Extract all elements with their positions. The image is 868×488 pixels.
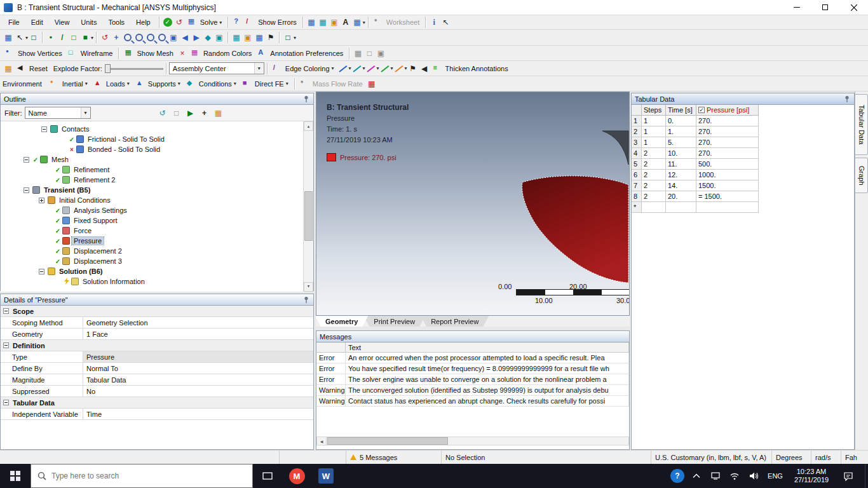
conditions-button[interactable]: Conditions xyxy=(184,77,240,90)
pressure-checkbox[interactable] xyxy=(698,107,705,113)
tree-item-pressure[interactable]: Pressure xyxy=(1,236,313,246)
filter-dropdown-icon[interactable] xyxy=(81,107,90,118)
tab-report-preview[interactable]: Report Preview xyxy=(421,316,489,327)
message-row[interactable]: Warning Contact status has experienced a… xyxy=(316,396,629,407)
search-input[interactable] xyxy=(51,471,223,480)
expand-icon[interactable] xyxy=(39,198,44,203)
tree-item-transient[interactable]: Transient (B5) xyxy=(1,185,313,195)
previous-view-icon[interactable] xyxy=(179,32,191,43)
time-cell[interactable] xyxy=(666,202,696,213)
time-cell[interactable]: 11. xyxy=(666,159,696,170)
viewports-icon[interactable] xyxy=(282,32,294,43)
tree-item-solution-information[interactable]: Solution Information xyxy=(1,276,313,287)
box-zoom-icon[interactable] xyxy=(145,32,156,43)
close-section-icon[interactable] xyxy=(177,48,188,59)
body-filter-icon[interactable] xyxy=(79,32,91,43)
action-center-button[interactable] xyxy=(836,464,861,488)
message-row[interactable]: Warning The unconverged solution (identi… xyxy=(316,385,629,396)
tree-item-refinement-2[interactable]: Refinement 2 xyxy=(1,175,313,185)
tree-item-refinement[interactable]: Refinement xyxy=(1,165,313,175)
zoom-out-icon[interactable] xyxy=(133,32,145,43)
geometry-viewport[interactable]: B: Transient Structural Pressure Time: 1… xyxy=(316,92,630,316)
probe-annotation-icon[interactable] xyxy=(375,48,386,59)
tray-help-button[interactable]: ? xyxy=(668,464,687,488)
drag-annotation-icon[interactable] xyxy=(363,48,375,59)
clear-filter-icon[interactable] xyxy=(171,107,182,119)
pressure-cell[interactable]: 1500. xyxy=(696,180,759,191)
tree-item-force[interactable]: Force xyxy=(1,226,313,236)
tree-item-analysis-settings[interactable]: Analysis Settings xyxy=(1,205,313,215)
show-errors-button[interactable]: Show Errors xyxy=(231,16,300,29)
inertial-dropdown-icon[interactable] xyxy=(85,81,88,86)
tab-geometry[interactable]: Geometry xyxy=(315,316,368,327)
collapse-icon[interactable] xyxy=(41,126,47,132)
pressure-cell[interactable]: 270. xyxy=(696,137,759,148)
pressure-cell[interactable]: 270. xyxy=(696,148,759,159)
explode-factor-slider[interactable] xyxy=(105,64,163,74)
folder-icon[interactable] xyxy=(213,107,224,119)
menu-help[interactable]: Help xyxy=(130,15,156,29)
outline-scrollbar[interactable] xyxy=(303,121,313,292)
steps-cell[interactable]: 2 xyxy=(642,159,666,170)
tree-item-initial-conditions[interactable]: Initial Conditions xyxy=(1,195,313,205)
edge-direction-magenta-icon[interactable] xyxy=(365,63,377,74)
message-row[interactable]: Error An error occurred when the post pr… xyxy=(316,353,629,363)
pressure-face-surface[interactable] xyxy=(522,176,628,283)
edge-direction-blue-icon[interactable] xyxy=(337,63,349,74)
slider-thumb[interactable] xyxy=(105,64,111,73)
pin-direction-icon[interactable] xyxy=(407,63,419,74)
viewports-dropdown-icon[interactable] xyxy=(294,35,296,41)
messages-hscrollbar[interactable] xyxy=(316,437,629,445)
show-vertices-button[interactable]: Show Vertices xyxy=(3,46,65,60)
refresh-outline-icon[interactable] xyxy=(157,107,168,119)
supports-button[interactable]: Supports xyxy=(133,77,184,90)
pressure-cell[interactable] xyxy=(696,202,759,213)
detail-value[interactable]: No xyxy=(83,386,313,396)
zoom-in-icon[interactable] xyxy=(122,32,133,43)
scroll-down-icon[interactable] xyxy=(304,282,313,292)
steps-column-header[interactable]: Steps xyxy=(642,105,666,116)
tree-item-bonded[interactable]: Bonded - Solid To Solid xyxy=(1,144,313,154)
collapse-icon[interactable] xyxy=(3,308,9,314)
scroll-up-icon[interactable] xyxy=(304,121,313,131)
tree-item-fixed-support[interactable]: Fixed Support xyxy=(1,215,313,226)
rotate-view-icon[interactable] xyxy=(99,32,111,43)
inertial-button[interactable]: Inertial xyxy=(47,77,91,90)
status-angle-units[interactable]: Degrees xyxy=(772,451,811,464)
start-button[interactable] xyxy=(0,464,31,488)
taskbar-app-word[interactable]: W xyxy=(311,464,341,488)
chart-dropdown-icon[interactable] xyxy=(363,20,365,25)
pressure-cell[interactable]: 270. xyxy=(696,116,759,126)
tray-volume-button[interactable] xyxy=(744,464,763,488)
scroll-thumb[interactable] xyxy=(304,191,313,241)
face-filter-icon[interactable] xyxy=(68,32,79,43)
pressure-cell[interactable]: 270. xyxy=(696,126,759,137)
details-row[interactable]: Independent Variable Time xyxy=(1,409,313,420)
scroll-thumb[interactable] xyxy=(327,437,448,445)
message-row[interactable]: Error The solver engine was unable to co… xyxy=(316,374,629,385)
details-section-definition[interactable]: Definition xyxy=(1,340,313,351)
severity-column-header[interactable] xyxy=(316,342,346,352)
steps-cell[interactable]: 2 xyxy=(642,180,666,191)
edge-direction-orange-icon[interactable] xyxy=(393,63,405,74)
assembly-center-select[interactable]: Assembly Center xyxy=(169,62,264,74)
pressure-cell[interactable]: 1000. xyxy=(696,170,759,180)
pin-icon[interactable] xyxy=(303,95,310,102)
select-cursor-icon[interactable] xyxy=(14,32,25,43)
steps-cell[interactable]: 1 xyxy=(642,116,666,126)
tray-network-button[interactable] xyxy=(706,464,725,488)
chart-icon[interactable] xyxy=(351,17,363,28)
tray-language-button[interactable]: ENG xyxy=(763,464,787,488)
time-cell[interactable]: 0. xyxy=(666,116,696,126)
menu-edit[interactable]: Edit xyxy=(25,15,49,29)
details-row[interactable]: Scoping Method Geometry Selection xyxy=(1,317,313,329)
section-plane-icon[interactable] xyxy=(352,48,363,59)
tray-wifi-button[interactable] xyxy=(725,464,744,488)
annotation-preferences-button[interactable]: Annotation Preferences xyxy=(255,46,346,60)
taskbar-search[interactable] xyxy=(31,464,253,488)
details-row[interactable]: Define By Normal To xyxy=(1,363,313,374)
steps-cell[interactable]: 2 xyxy=(642,191,666,202)
pressure-cell[interactable]: = 1500. xyxy=(696,191,759,202)
supports-dropdown-icon[interactable] xyxy=(178,81,180,86)
menu-units[interactable]: Units xyxy=(75,15,102,29)
